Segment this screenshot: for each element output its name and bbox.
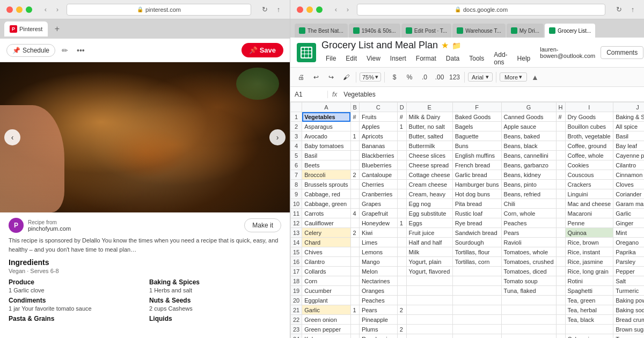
sheets-back-button[interactable]: ‹ xyxy=(331,5,341,14)
table-cell[interactable]: Yogurt, flavored xyxy=(406,267,452,276)
more-toolbar-button[interactable]: More ▾ xyxy=(500,72,527,82)
table-cell[interactable]: Sourdough xyxy=(452,238,501,247)
table-cell[interactable] xyxy=(350,199,359,209)
table-cell[interactable]: Cream, heavy xyxy=(406,189,452,199)
table-cell[interactable]: Butter, no salt xyxy=(406,122,452,131)
table-cell[interactable]: Eggs xyxy=(406,218,452,228)
table-cell[interactable] xyxy=(397,247,406,257)
table-cell[interactable] xyxy=(556,325,565,334)
table-cell[interactable] xyxy=(452,276,501,286)
header-cell[interactable]: Baked Goods xyxy=(452,112,501,122)
table-cell[interactable] xyxy=(397,257,406,267)
table-cell[interactable]: Coffee, ground xyxy=(565,141,613,151)
table-cell[interactable]: Rice, instant xyxy=(565,247,613,257)
header-cell[interactable]: # xyxy=(397,112,406,122)
table-cell[interactable]: Sandwich bread xyxy=(452,228,501,238)
menu-item[interactable]: View xyxy=(362,54,385,63)
table-cell[interactable]: Cheese slices xyxy=(406,151,452,160)
table-cell[interactable]: Bay leaf xyxy=(613,141,644,151)
table-cell[interactable] xyxy=(556,296,565,305)
browser-tab[interactable]: Grocery List... xyxy=(545,24,595,38)
menu-item[interactable]: Data xyxy=(442,54,464,63)
table-cell[interactable] xyxy=(397,131,406,141)
table-cell[interactable]: Ginger xyxy=(613,218,644,228)
sheets-forward-button[interactable]: › xyxy=(343,5,353,14)
table-cell[interactable] xyxy=(556,228,565,238)
table-cell[interactable] xyxy=(350,325,359,334)
table-cell[interactable]: Cream cheese xyxy=(406,180,452,189)
table-cell[interactable] xyxy=(397,286,406,296)
table-cell[interactable]: Apricots xyxy=(359,131,397,141)
active-tab[interactable]: P Pinterest xyxy=(4,21,48,36)
table-cell[interactable] xyxy=(556,151,565,160)
table-cell[interactable] xyxy=(556,276,565,286)
header-cell[interactable]: Canned Goods xyxy=(501,112,556,122)
font-selector[interactable]: Arial ▾ xyxy=(468,72,493,82)
table-cell[interactable]: Tomatoes, diced xyxy=(501,267,556,276)
column-header[interactable]: G xyxy=(501,102,556,112)
table-cell[interactable]: Macaroni xyxy=(565,209,613,218)
print-button[interactable]: 🖨 xyxy=(295,71,308,84)
table-cell[interactable]: Rice, long grain xyxy=(565,267,613,276)
column-header[interactable]: J xyxy=(613,102,644,112)
table-cell[interactable] xyxy=(350,122,359,131)
table-cell[interactable] xyxy=(406,286,452,296)
column-header[interactable]: I xyxy=(565,102,613,112)
table-cell[interactable]: Tea, black xyxy=(565,315,613,325)
table-cell[interactable]: Collards xyxy=(302,267,350,276)
table-cell[interactable]: Beans, garbanzo xyxy=(501,160,556,170)
table-cell[interactable]: Broth, vegetable xyxy=(565,131,613,141)
table-cell[interactable]: Buns xyxy=(452,141,501,151)
browser-tab[interactable]: My Dri... xyxy=(507,24,544,38)
table-cell[interactable]: Celery xyxy=(302,228,350,238)
browser-tab[interactable]: Warehouse T... xyxy=(452,24,506,38)
table-cell[interactable]: Pita bread xyxy=(452,199,501,209)
table-cell[interactable]: Tortillas, corn xyxy=(452,257,501,267)
table-cell[interactable]: Plums xyxy=(359,325,397,334)
table-cell[interactable]: Beans, baked xyxy=(501,131,556,141)
table-cell[interactable] xyxy=(501,296,556,305)
table-cell[interactable] xyxy=(397,334,406,339)
table-cell[interactable] xyxy=(452,267,501,276)
table-cell[interactable]: 4 xyxy=(350,209,359,218)
table-cell[interactable]: Kiwi xyxy=(359,228,397,238)
share-button[interactable]: ↑ xyxy=(274,5,283,14)
table-cell[interactable]: Beans, pinto xyxy=(501,180,556,189)
table-cell[interactable]: Cranberries xyxy=(359,189,397,199)
menu-item[interactable]: Tools xyxy=(465,54,488,63)
table-cell[interactable]: Melon xyxy=(359,267,397,276)
table-cell[interactable]: Tomatoes, crushed xyxy=(501,257,556,267)
table-cell[interactable]: 1 xyxy=(397,122,406,131)
table-cell[interactable]: To xyxy=(613,334,644,339)
prev-image-button[interactable]: ‹ xyxy=(4,129,20,145)
table-cell[interactable]: Cauliflower xyxy=(302,218,350,228)
table-cell[interactable]: Yogurt, plain xyxy=(406,257,452,267)
table-cell[interactable] xyxy=(556,180,565,189)
table-cell[interactable]: Garam masala xyxy=(613,199,644,209)
table-cell[interactable] xyxy=(556,170,565,180)
sheets-maximize-button[interactable] xyxy=(316,6,323,13)
table-cell[interactable]: Cherries xyxy=(359,180,397,189)
collapse-toolbar-button[interactable]: ▲ xyxy=(531,73,539,82)
close-button[interactable] xyxy=(6,6,13,13)
browser-tab[interactable]: 1940s & 50s... xyxy=(349,24,400,38)
table-cell[interactable]: 2 xyxy=(397,305,406,315)
table-cell[interactable] xyxy=(397,315,406,325)
table-cell[interactable] xyxy=(556,218,565,228)
table-cell[interactable]: Mango xyxy=(359,257,397,267)
table-cell[interactable] xyxy=(556,334,565,339)
table-cell[interactable]: Pepper xyxy=(613,267,644,276)
table-cell[interactable]: Peaches xyxy=(501,218,556,228)
table-cell[interactable] xyxy=(406,315,452,325)
table-cell[interactable]: Oregano xyxy=(613,238,644,247)
schedule-button[interactable]: 📌 Schedule xyxy=(6,44,55,57)
table-cell[interactable] xyxy=(350,160,359,170)
column-header[interactable]: F xyxy=(452,102,501,112)
table-cell[interactable]: 1 xyxy=(350,131,359,141)
table-cell[interactable]: Beans, refried xyxy=(501,189,556,199)
table-cell[interactable]: Half and half xyxy=(406,238,452,247)
table-cell[interactable] xyxy=(397,141,406,151)
table-cell[interactable] xyxy=(556,209,565,218)
make-it-button[interactable]: Make it xyxy=(244,218,281,232)
table-cell[interactable]: Cucumber xyxy=(302,286,350,296)
